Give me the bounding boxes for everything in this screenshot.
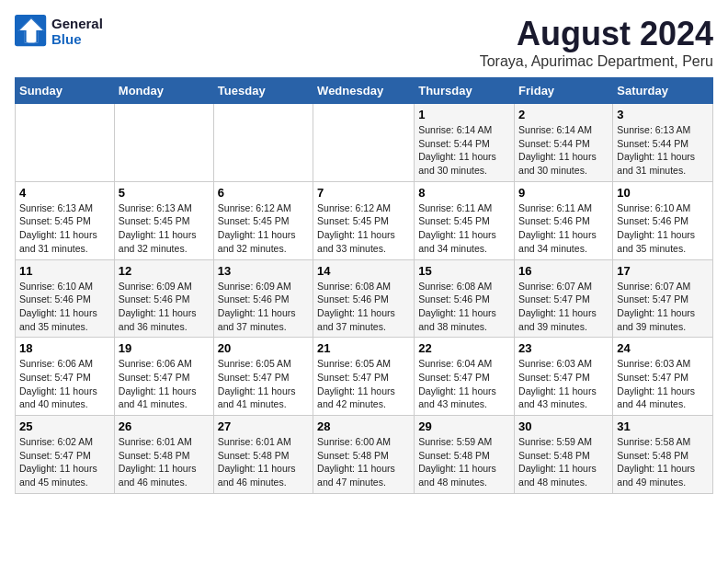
day-number: 4 [19,186,110,200]
day-detail: Sunrise: 6:05 AMSunset: 5:47 PMDaylight:… [218,357,309,411]
day-detail: Sunrise: 6:10 AMSunset: 5:46 PMDaylight:… [19,280,110,334]
day-detail: Sunrise: 6:01 AMSunset: 5:48 PMDaylight:… [119,435,210,489]
day-detail: Sunrise: 5:58 AMSunset: 5:48 PMDaylight:… [617,435,709,489]
day-number: 10 [617,186,709,200]
weekday-header-sunday: Sunday [16,78,115,104]
calendar-cell: 21 Sunrise: 6:05 AMSunset: 5:47 PMDaylig… [313,338,415,416]
logo: General Blue [15,15,103,48]
calendar-cell: 23 Sunrise: 6:03 AMSunset: 5:47 PMDaylig… [515,338,613,416]
day-number: 18 [19,341,110,355]
day-number: 22 [418,341,510,355]
logo-text: General Blue [51,16,103,47]
day-number: 28 [317,419,410,433]
day-detail: Sunrise: 6:12 AMSunset: 5:45 PMDaylight:… [317,201,410,256]
calendar-cell: 4 Sunrise: 6:13 AMSunset: 5:45 PMDayligh… [16,181,115,259]
day-number: 8 [418,186,510,200]
calendar-cell: 5 Sunrise: 6:13 AMSunset: 5:45 PMDayligh… [114,181,213,259]
day-number: 20 [218,341,309,355]
calendar-table: SundayMondayTuesdayWednesdayThursdayFrid… [15,77,713,494]
calendar-cell: 14 Sunrise: 6:08 AMSunset: 5:46 PMDaylig… [313,259,415,338]
calendar-cell: 15 Sunrise: 6:08 AMSunset: 5:46 PMDaylig… [415,259,515,338]
weekday-header-thursday: Thursday [415,78,515,104]
day-number: 3 [617,108,709,121]
day-detail: Sunrise: 6:03 AMSunset: 5:47 PMDaylight:… [518,357,609,411]
day-detail: Sunrise: 6:09 AMSunset: 5:46 PMDaylight:… [119,280,210,334]
weekday-header-friday: Friday [515,78,613,104]
day-number: 13 [218,264,309,278]
day-detail: Sunrise: 6:08 AMSunset: 5:46 PMDaylight:… [418,280,510,334]
calendar-cell: 24 Sunrise: 6:03 AMSunset: 5:47 PMDaylig… [613,338,713,416]
calendar-cell: 10 Sunrise: 6:10 AMSunset: 5:46 PMDaylig… [613,181,713,259]
calendar-cell [313,104,415,182]
calendar-cell: 19 Sunrise: 6:06 AMSunset: 5:47 PMDaylig… [114,338,213,416]
week-row-4: 18 Sunrise: 6:06 AMSunset: 5:47 PMDaylig… [16,338,713,416]
day-number: 7 [317,186,410,200]
day-number: 19 [119,341,210,355]
calendar-cell: 11 Sunrise: 6:10 AMSunset: 5:46 PMDaylig… [16,259,115,338]
calendar-cell: 26 Sunrise: 6:01 AMSunset: 5:48 PMDaylig… [114,416,213,494]
day-detail: Sunrise: 5:59 AMSunset: 5:48 PMDaylight:… [518,435,609,489]
day-number: 30 [518,419,609,433]
day-detail: Sunrise: 6:11 AMSunset: 5:45 PMDaylight:… [418,201,510,256]
title-block: August 2024 Toraya, Apurimac Department,… [480,15,713,70]
logo-icon [15,15,48,48]
day-detail: Sunrise: 6:09 AMSunset: 5:46 PMDaylight:… [218,280,309,334]
day-number: 6 [218,186,309,200]
day-number: 26 [119,419,210,433]
day-number: 23 [518,341,609,355]
day-number: 25 [19,419,110,433]
day-detail: Sunrise: 6:00 AMSunset: 5:48 PMDaylight:… [317,435,410,489]
week-row-5: 25 Sunrise: 6:02 AMSunset: 5:47 PMDaylig… [16,416,713,494]
day-number: 9 [518,186,609,200]
calendar-cell: 9 Sunrise: 6:11 AMSunset: 5:46 PMDayligh… [515,181,613,259]
day-detail: Sunrise: 6:01 AMSunset: 5:48 PMDaylight:… [218,435,309,489]
day-detail: Sunrise: 5:59 AMSunset: 5:48 PMDaylight:… [418,435,510,489]
day-detail: Sunrise: 6:14 AMSunset: 5:44 PMDaylight:… [518,123,609,178]
day-detail: Sunrise: 6:13 AMSunset: 5:45 PMDaylight:… [19,201,110,256]
day-number: 31 [617,419,709,433]
page-header: General Blue August 2024 Toraya, Apurima… [15,15,713,70]
day-number: 21 [317,341,410,355]
day-detail: Sunrise: 6:08 AMSunset: 5:46 PMDaylight:… [317,280,410,334]
calendar-cell: 6 Sunrise: 6:12 AMSunset: 5:45 PMDayligh… [213,181,313,259]
day-number: 29 [418,419,510,433]
calendar-cell: 29 Sunrise: 5:59 AMSunset: 5:48 PMDaylig… [415,416,515,494]
calendar-cell: 17 Sunrise: 6:07 AMSunset: 5:47 PMDaylig… [613,259,713,338]
page-title: August 2024 [480,15,713,53]
weekday-header-tuesday: Tuesday [213,78,313,104]
calendar-cell: 7 Sunrise: 6:12 AMSunset: 5:45 PMDayligh… [313,181,415,259]
day-detail: Sunrise: 6:12 AMSunset: 5:45 PMDaylight:… [218,201,309,256]
page-subtitle: Toraya, Apurimac Department, Peru [480,53,713,70]
calendar-cell: 12 Sunrise: 6:09 AMSunset: 5:46 PMDaylig… [114,259,213,338]
calendar-cell: 31 Sunrise: 5:58 AMSunset: 5:48 PMDaylig… [613,416,713,494]
day-detail: Sunrise: 6:06 AMSunset: 5:47 PMDaylight:… [19,357,110,411]
week-row-2: 4 Sunrise: 6:13 AMSunset: 5:45 PMDayligh… [16,181,713,259]
day-number: 15 [418,264,510,278]
calendar-cell: 2 Sunrise: 6:14 AMSunset: 5:44 PMDayligh… [515,104,613,182]
day-number: 2 [518,108,609,121]
weekday-header-monday: Monday [114,78,213,104]
calendar-cell [16,104,115,182]
day-number: 11 [19,264,110,278]
day-number: 5 [119,186,210,200]
day-number: 17 [617,264,709,278]
week-row-1: 1 Sunrise: 6:14 AMSunset: 5:44 PMDayligh… [16,104,713,182]
calendar-cell [114,104,213,182]
day-number: 24 [617,341,709,355]
day-detail: Sunrise: 6:13 AMSunset: 5:45 PMDaylight:… [119,201,210,256]
calendar-cell: 1 Sunrise: 6:14 AMSunset: 5:44 PMDayligh… [415,104,515,182]
calendar-cell: 16 Sunrise: 6:07 AMSunset: 5:47 PMDaylig… [515,259,613,338]
day-detail: Sunrise: 6:06 AMSunset: 5:47 PMDaylight:… [119,357,210,411]
week-row-3: 11 Sunrise: 6:10 AMSunset: 5:46 PMDaylig… [16,259,713,338]
calendar-cell: 3 Sunrise: 6:13 AMSunset: 5:44 PMDayligh… [613,104,713,182]
calendar-cell [213,104,313,182]
calendar-cell: 28 Sunrise: 6:00 AMSunset: 5:48 PMDaylig… [313,416,415,494]
calendar-header-row: SundayMondayTuesdayWednesdayThursdayFrid… [16,78,713,104]
day-detail: Sunrise: 6:11 AMSunset: 5:46 PMDaylight:… [518,201,609,256]
day-detail: Sunrise: 6:02 AMSunset: 5:47 PMDaylight:… [19,435,110,489]
day-detail: Sunrise: 6:14 AMSunset: 5:44 PMDaylight:… [418,123,510,178]
calendar-cell: 22 Sunrise: 6:04 AMSunset: 5:47 PMDaylig… [415,338,515,416]
day-number: 1 [418,108,510,121]
calendar-cell: 8 Sunrise: 6:11 AMSunset: 5:45 PMDayligh… [415,181,515,259]
day-number: 27 [218,419,309,433]
